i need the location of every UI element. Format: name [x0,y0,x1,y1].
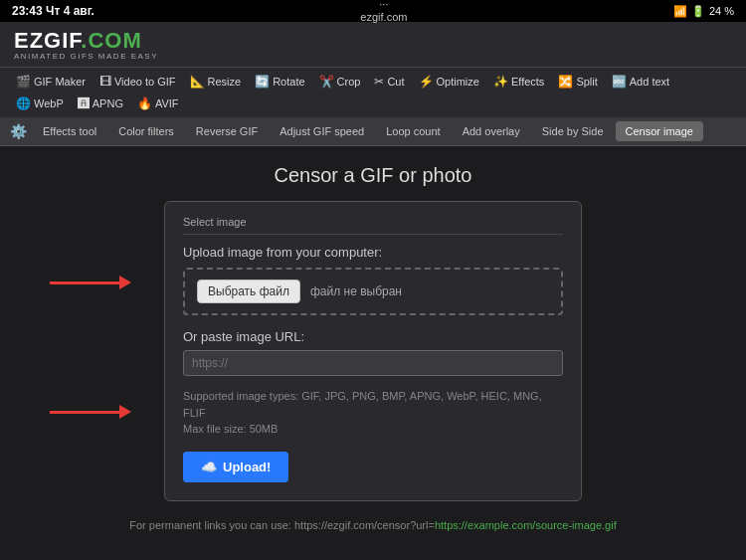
url-input[interactable] [183,350,563,376]
arrow-choose-file [50,276,131,289]
upload-cloud-icon: ☁️ [201,460,217,474]
apng-icon: 🅰 [78,96,90,110]
content-wrapper: Select image Upload image from your comp… [20,201,726,501]
sub-nav-add-overlay[interactable]: Add overlay [453,121,530,141]
logo-text: EZGIF.COM [14,30,732,52]
cut-icon: ✂ [374,75,384,89]
sub-nav-icon: ⚙️ [10,123,27,139]
url-label: Or paste image URL: [183,329,563,344]
sub-nav-side-by-side[interactable]: Side by Side [532,121,614,141]
sub-nav-color-filters[interactable]: Color filters [108,121,184,141]
sub-nav: ⚙️ Effects tool Color filters Reverse GI… [0,117,746,146]
upload-button[interactable]: ☁️ Upload! [183,452,288,482]
sub-nav-adjust-speed[interactable]: Adjust GIF speed [270,121,374,141]
webp-icon: 🌐 [16,96,31,110]
logo-subtitle: ANIMATED GIFS MADE EASY [14,53,732,61]
header: EZGIF.COM ANIMATED GIFS MADE EASY [0,22,746,67]
avif-icon: 🔥 [137,96,152,110]
effects-icon: ✨ [493,75,508,89]
nav-crop[interactable]: ✂️ Crop [313,72,367,92]
status-domain: ··· ezgif.com [360,0,407,24]
section-label: Select image [183,216,563,235]
page-title: Censor a GIF or photo [275,164,472,187]
main-content: Censor a GIF or photo Select image Uploa… [0,146,746,551]
status-time: 23:43 Чт 4 авг. [12,4,94,18]
supported-types-text: Supported image types: GIF, JPG, PNG, BM… [183,388,563,438]
upload-card: Select image Upload image from your comp… [164,201,582,501]
optimize-icon: ⚡ [419,75,434,89]
sub-nav-censor-image[interactable]: Censor image [616,121,703,141]
logo: EZGIF.COM ANIMATED GIFS MADE EASY [14,30,732,61]
nav-cut[interactable]: ✂ Cut [368,72,410,92]
nav-gif-maker[interactable]: 🎬 GIF Maker [10,72,92,92]
upload-from-computer-label: Upload image from your computer: [183,245,563,260]
nav-webp[interactable]: 🌐 WebP [10,93,70,113]
status-indicators: 📶 🔋 24 % [673,5,734,18]
split-icon: 🔀 [558,75,573,89]
choose-file-button[interactable]: Выбрать файл [197,280,300,303]
battery-icon: 🔋 [691,5,705,18]
footer-link[interactable]: https://example.com/source-image.gif [435,519,617,531]
sub-nav-reverse-gif[interactable]: Reverse GIF [186,121,268,141]
status-bar: 23:43 Чт 4 авг. ··· ezgif.com 📶 🔋 24 % [0,0,746,22]
nav-resize[interactable]: 📐 Resize [184,72,248,92]
nav-effects[interactable]: ✨ Effects [487,72,550,92]
nav-video-to-gif[interactable]: 🎞 Video to GIF [93,72,182,92]
nav-rotate[interactable]: 🔄 Rotate [249,72,310,92]
no-file-text: файл не выбран [310,284,402,298]
nav-apng[interactable]: 🅰 APNG [72,93,129,113]
nav-optimize[interactable]: ⚡ Optimize [413,72,485,92]
nav-split[interactable]: 🔀 Split [552,72,603,92]
crop-icon: ✂️ [319,75,334,89]
resize-icon: 📐 [190,75,205,89]
file-upload-area: Выбрать файл файл не выбран [183,268,563,315]
nav-add-text[interactable]: 🔤 Add text [606,72,675,92]
gif-maker-icon: 🎬 [16,75,31,89]
wifi-icon: 📶 [673,5,687,18]
sub-nav-effects-tool[interactable]: Effects tool [33,121,106,141]
sub-nav-loop-count[interactable]: Loop count [376,121,450,141]
add-text-icon: 🔤 [612,75,627,89]
nav-bar: 🎬 GIF Maker 🎞 Video to GIF 📐 Resize 🔄 Ro… [0,67,746,117]
nav-avif[interactable]: 🔥 AVIF [131,93,185,113]
arrow-upload-button [50,405,131,419]
footer-text: For permanent links you can use: https:/… [90,517,655,534]
rotate-icon: 🔄 [255,75,270,89]
video-icon: 🎞 [99,75,111,89]
